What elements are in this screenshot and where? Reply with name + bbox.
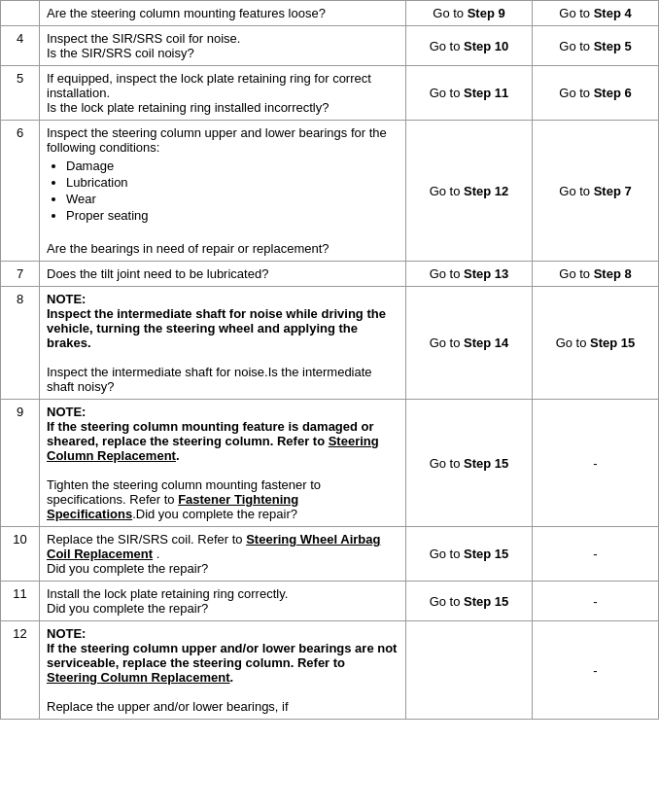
note-label: NOTE: — [47, 626, 86, 641]
yes-action: Go to Step 9 — [406, 1, 533, 26]
step-number: 7 — [1, 262, 40, 287]
note-label: NOTE: — [47, 405, 86, 419]
note-text: Inspect the intermediate shaft for noise… — [47, 306, 386, 350]
row-text: Tighten the steering column mounting fas… — [47, 477, 321, 521]
step-number: 6 — [1, 121, 40, 262]
table-row: 9 NOTE: If the steering column mounting … — [1, 400, 659, 527]
row-content: NOTE: If the steering column mounting fe… — [40, 400, 406, 527]
row-content: Replace the SIR/SRS coil. Refer to Steer… — [40, 527, 406, 582]
no-action: - — [533, 527, 659, 582]
yes-step: Step 11 — [464, 86, 508, 100]
yes-action: Go to Step 15 — [406, 582, 533, 621]
no-action: Go to Step 8 — [533, 262, 659, 287]
table-row: 12 NOTE: If the steering column upper an… — [1, 621, 659, 720]
row-question: Inspect the intermediate shaft for noise… — [47, 365, 372, 394]
yes-action: Go to Step 15 — [406, 400, 533, 527]
yes-action: Go to Step 11 — [406, 66, 533, 121]
step-number: 11 — [1, 582, 40, 621]
step-number — [1, 1, 40, 26]
step-number: 8 — [1, 287, 40, 400]
yes-action: Go to Step 10 — [406, 26, 533, 66]
table-row: Are the steering column mounting feature… — [1, 1, 659, 26]
steering-column-link-2[interactable]: Steering Column Replacement — [47, 670, 230, 685]
step-number: 9 — [1, 400, 40, 527]
note-text: If the steering column mounting feature … — [47, 419, 379, 463]
row-content: Inspect the SIR/SRS coil for noise.Is th… — [40, 26, 406, 66]
note-label: NOTE: — [47, 292, 86, 306]
row-intro-text: Inspect the steering column upper and lo… — [47, 125, 387, 155]
table-row: 4 Inspect the SIR/SRS coil for noise.Is … — [1, 26, 659, 66]
row-content: NOTE: If the steering column upper and/o… — [40, 621, 406, 720]
row-content: Inspect the steering column upper and lo… — [40, 121, 406, 262]
list-item: Damage — [66, 159, 399, 173]
no-action: Go to Step 7 — [533, 121, 659, 262]
list-item: Wear — [66, 192, 399, 206]
row-content: Are the steering column mounting feature… — [40, 1, 406, 26]
yes-step: Step 14 — [464, 335, 508, 350]
no-action: - — [533, 582, 659, 621]
row-text: Replace the upper and/or lower bearings,… — [47, 699, 289, 714]
no-step: Step 15 — [590, 335, 635, 350]
table-row: 7 Does the tilt joint need to be lubrica… — [1, 262, 659, 287]
no-action: - — [533, 621, 659, 720]
no-action: Go to Step 4 — [533, 1, 659, 26]
row-text: Install the lock plate retaining ring co… — [47, 586, 288, 616]
step-number: 12 — [1, 621, 40, 720]
yes-step: Step 12 — [464, 184, 508, 198]
fastener-link[interactable]: Fastener Tightening Specifications — [47, 492, 298, 521]
no-action: Go to Step 5 — [533, 26, 659, 66]
no-step: Step 7 — [594, 184, 632, 198]
row-content: Does the tilt joint need to be lubricate… — [40, 262, 406, 287]
table-row: 8 NOTE: Inspect the intermediate shaft f… — [1, 287, 659, 400]
no-step: Step 4 — [594, 6, 632, 20]
row-text: Are the steering column mounting feature… — [47, 6, 326, 20]
coil-replacement-link[interactable]: Steering Wheel Airbag Coil Replacement — [47, 532, 380, 561]
yes-action: Go to Step 13 — [406, 262, 533, 287]
row-text: Inspect the SIR/SRS coil for noise.Is th… — [47, 31, 240, 60]
row-text: Replace the SIR/SRS coil. Refer to Steer… — [47, 532, 380, 576]
yes-action — [406, 621, 533, 720]
steering-column-link[interactable]: Steering Column Replacement — [47, 434, 379, 463]
yes-action: Go to Step 12 — [406, 121, 533, 262]
row-text: Does the tilt joint need to be lubricate… — [47, 266, 268, 281]
conditions-list: Damage Lubrication Wear Proper seating — [66, 159, 399, 223]
yes-action: Go to Step 15 — [406, 527, 533, 582]
row-text: If equipped, inspect the lock plate reta… — [47, 71, 371, 115]
table-row: 10 Replace the SIR/SRS coil. Refer to St… — [1, 527, 659, 582]
no-action: Go to Step 15 — [533, 287, 659, 400]
yes-step: Step 15 — [464, 456, 508, 471]
no-step: Step 6 — [594, 86, 632, 100]
yes-step: Step 10 — [464, 39, 508, 53]
note-text: If the steering column upper and/or lowe… — [47, 641, 397, 685]
row-content: NOTE: Inspect the intermediate shaft for… — [40, 287, 406, 400]
table-row: 6 Inspect the steering column upper and … — [1, 121, 659, 262]
no-action: - — [533, 400, 659, 527]
yes-step: Step 15 — [464, 594, 508, 609]
yes-step: Step 15 — [464, 547, 508, 561]
row-question: Are the bearings in need of repair or re… — [47, 241, 330, 256]
no-step: Step 5 — [594, 39, 632, 53]
step-number: 10 — [1, 527, 40, 582]
table-row: 11 Install the lock plate retaining ring… — [1, 582, 659, 621]
list-item: Proper seating — [66, 208, 399, 223]
list-item: Lubrication — [66, 175, 399, 190]
table-row: 5 If equipped, inspect the lock plate re… — [1, 66, 659, 121]
no-action: Go to Step 6 — [533, 66, 659, 121]
step-number: 5 — [1, 66, 40, 121]
yes-action: Go to Step 14 — [406, 287, 533, 400]
row-content: If equipped, inspect the lock plate reta… — [40, 66, 406, 121]
step-number: 4 — [1, 26, 40, 66]
row-content: Install the lock plate retaining ring co… — [40, 582, 406, 621]
yes-step: Step 13 — [464, 266, 508, 281]
yes-step: Step 9 — [468, 6, 505, 20]
no-step: Step 8 — [594, 266, 632, 281]
